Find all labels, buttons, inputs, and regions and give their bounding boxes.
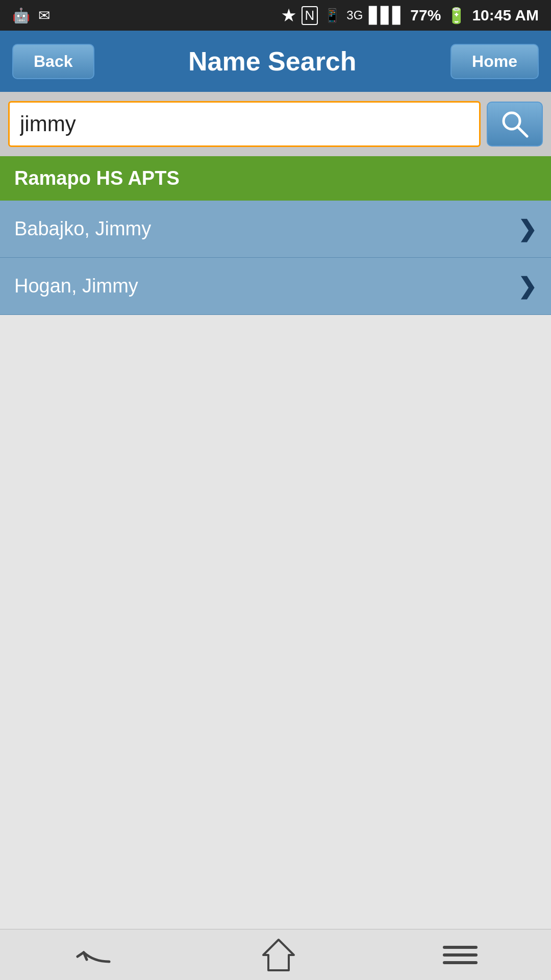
svg-line-1: [518, 127, 527, 136]
group-header: Ramapo HS APTS: [0, 156, 551, 201]
main-content: [0, 315, 551, 929]
page-title: Name Search: [94, 46, 451, 77]
back-arrow-icon: [73, 942, 114, 968]
phone-icon: 📱: [324, 8, 340, 23]
back-button[interactable]: Back: [12, 44, 94, 79]
clock: 10:45 AM: [472, 7, 539, 24]
search-button[interactable]: [487, 102, 543, 146]
notification-icon: ✉: [38, 7, 50, 24]
nav-back-button[interactable]: [58, 934, 130, 976]
signal-bars-icon: ▋▋▋: [369, 7, 404, 24]
group-header-text: Ramapo HS APTS: [14, 167, 180, 189]
result-name: Hogan, Jimmy: [14, 275, 138, 297]
home-icon: [261, 937, 296, 973]
battery-icon: 🔋: [447, 7, 466, 24]
search-input[interactable]: [8, 101, 481, 147]
nfc-icon: N: [302, 6, 318, 25]
list-item[interactable]: Babajko, Jimmy ❯: [0, 201, 551, 258]
nav-menu-button[interactable]: [428, 938, 493, 972]
bluetooth-icon: ★: [282, 7, 295, 24]
status-left: 🤖 ✉: [12, 7, 50, 24]
search-icon: [499, 109, 530, 139]
svg-marker-2: [263, 940, 294, 970]
signal-icon: 3G: [346, 8, 363, 22]
chevron-right-icon: ❯: [518, 216, 537, 242]
status-bar: 🤖 ✉ ★ N 📱 3G ▋▋▋ 77% 🔋 10:45 AM: [0, 0, 551, 31]
chevron-right-icon: ❯: [518, 273, 537, 299]
app-icon: 🤖: [12, 7, 30, 24]
status-right: ★ N 📱 3G ▋▋▋ 77% 🔋 10:45 AM: [282, 6, 539, 25]
list-item[interactable]: Hogan, Jimmy ❯: [0, 258, 551, 315]
menu-icon: [443, 946, 478, 964]
battery-percent: 77%: [410, 7, 441, 24]
result-name: Babajko, Jimmy: [14, 218, 151, 240]
home-button[interactable]: Home: [450, 44, 539, 79]
header: Back Name Search Home: [0, 31, 551, 92]
bottom-nav: [0, 929, 551, 980]
search-area: [0, 92, 551, 156]
nav-home-button[interactable]: [245, 929, 312, 981]
